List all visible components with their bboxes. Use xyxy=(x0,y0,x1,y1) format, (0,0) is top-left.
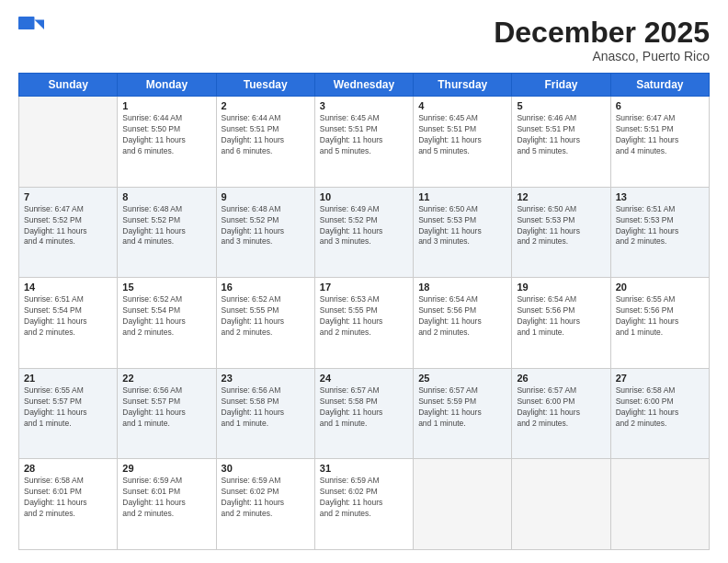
day-number: 2 xyxy=(222,100,310,111)
day-info: Sunrise: 6:45 AMSunset: 5:51 PMDaylight:… xyxy=(320,113,408,157)
day-info: Sunrise: 6:57 AMSunset: 5:58 PMDaylight:… xyxy=(320,385,408,430)
calendar-cell xyxy=(512,459,610,550)
calendar-cell: 26Sunrise: 6:57 AMSunset: 6:00 PMDayligh… xyxy=(512,368,610,459)
calendar-cell: 5Sunrise: 6:46 AMSunset: 5:51 PMDaylight… xyxy=(512,97,610,188)
day-number: 16 xyxy=(222,282,310,293)
day-info: Sunrise: 6:51 AMSunset: 5:54 PMDaylight:… xyxy=(24,294,112,339)
calendar-cell: 23Sunrise: 6:56 AMSunset: 5:58 PMDayligh… xyxy=(216,368,314,459)
calendar-week-1: 1Sunrise: 6:44 AMSunset: 5:50 PMDaylight… xyxy=(19,97,710,188)
day-number: 14 xyxy=(24,282,112,293)
calendar-header-monday: Monday xyxy=(118,74,216,97)
day-info: Sunrise: 6:50 AMSunset: 5:53 PMDaylight:… xyxy=(517,204,605,248)
calendar-week-4: 21Sunrise: 6:55 AMSunset: 5:57 PMDayligh… xyxy=(19,368,710,459)
day-number: 28 xyxy=(24,463,112,474)
calendar-cell: 24Sunrise: 6:57 AMSunset: 5:58 PMDayligh… xyxy=(314,368,413,459)
day-info: Sunrise: 6:59 AMSunset: 6:01 PMDaylight:… xyxy=(122,476,210,520)
day-number: 6 xyxy=(616,100,704,111)
day-number: 21 xyxy=(24,373,112,384)
calendar-cell: 4Sunrise: 6:45 AMSunset: 5:51 PMDaylight… xyxy=(414,97,512,188)
svg-rect-1 xyxy=(18,17,35,29)
day-number: 30 xyxy=(222,463,310,474)
day-info: Sunrise: 6:59 AMSunset: 6:02 PMDaylight:… xyxy=(320,476,408,520)
calendar-cell: 28Sunrise: 6:58 AMSunset: 6:01 PMDayligh… xyxy=(19,459,118,550)
day-info: Sunrise: 6:48 AMSunset: 5:52 PMDaylight:… xyxy=(122,204,210,248)
day-info: Sunrise: 6:47 AMSunset: 5:52 PMDaylight:… xyxy=(24,204,112,248)
calendar-cell: 1Sunrise: 6:44 AMSunset: 5:50 PMDaylight… xyxy=(118,97,216,188)
calendar-cell: 14Sunrise: 6:51 AMSunset: 5:54 PMDayligh… xyxy=(19,278,118,369)
calendar-table: SundayMondayTuesdayWednesdayThursdayFrid… xyxy=(18,73,710,550)
day-number: 11 xyxy=(418,191,506,202)
calendar-cell: 30Sunrise: 6:59 AMSunset: 6:02 PMDayligh… xyxy=(216,459,314,550)
day-info: Sunrise: 6:50 AMSunset: 5:53 PMDaylight:… xyxy=(418,204,506,248)
calendar-cell: 17Sunrise: 6:53 AMSunset: 5:55 PMDayligh… xyxy=(314,278,413,369)
logo-icon xyxy=(18,17,44,42)
day-info: Sunrise: 6:56 AMSunset: 5:57 PMDaylight:… xyxy=(122,385,210,430)
day-info: Sunrise: 6:55 AMSunset: 5:56 PMDaylight:… xyxy=(616,294,704,339)
header: December 2025 Anasco, Puerto Rico xyxy=(18,17,710,63)
calendar-week-2: 7Sunrise: 6:47 AMSunset: 5:52 PMDaylight… xyxy=(19,187,710,278)
calendar-cell: 25Sunrise: 6:57 AMSunset: 5:59 PMDayligh… xyxy=(414,368,512,459)
day-info: Sunrise: 6:59 AMSunset: 6:02 PMDaylight:… xyxy=(222,476,310,520)
calendar-week-5: 28Sunrise: 6:58 AMSunset: 6:01 PMDayligh… xyxy=(19,459,710,550)
svg-marker-0 xyxy=(35,20,45,30)
day-info: Sunrise: 6:56 AMSunset: 5:58 PMDaylight:… xyxy=(222,385,310,430)
day-info: Sunrise: 6:57 AMSunset: 6:00 PMDaylight:… xyxy=(517,385,605,430)
calendar-cell: 31Sunrise: 6:59 AMSunset: 6:02 PMDayligh… xyxy=(314,459,413,550)
calendar-cell xyxy=(414,459,512,550)
page: December 2025 Anasco, Puerto Rico Sunday… xyxy=(0,0,728,563)
day-number: 5 xyxy=(517,100,605,111)
day-info: Sunrise: 6:49 AMSunset: 5:52 PMDaylight:… xyxy=(320,204,408,248)
day-number: 3 xyxy=(320,100,408,111)
day-info: Sunrise: 6:51 AMSunset: 5:53 PMDaylight:… xyxy=(616,204,704,248)
day-info: Sunrise: 6:44 AMSunset: 5:51 PMDaylight:… xyxy=(222,113,310,157)
calendar-header-wednesday: Wednesday xyxy=(314,74,413,97)
calendar-header-row: SundayMondayTuesdayWednesdayThursdayFrid… xyxy=(19,74,710,97)
calendar-cell: 8Sunrise: 6:48 AMSunset: 5:52 PMDaylight… xyxy=(118,187,216,278)
calendar-header-sunday: Sunday xyxy=(19,74,118,97)
month-title: December 2025 xyxy=(494,17,710,49)
calendar-header-friday: Friday xyxy=(512,74,610,97)
calendar-cell: 15Sunrise: 6:52 AMSunset: 5:54 PMDayligh… xyxy=(118,278,216,369)
calendar-cell: 10Sunrise: 6:49 AMSunset: 5:52 PMDayligh… xyxy=(314,187,413,278)
day-info: Sunrise: 6:53 AMSunset: 5:55 PMDaylight:… xyxy=(320,294,408,339)
calendar-cell: 29Sunrise: 6:59 AMSunset: 6:01 PMDayligh… xyxy=(118,459,216,550)
calendar-header-tuesday: Tuesday xyxy=(216,74,314,97)
day-info: Sunrise: 6:54 AMSunset: 5:56 PMDaylight:… xyxy=(517,294,605,339)
calendar-cell: 13Sunrise: 6:51 AMSunset: 5:53 PMDayligh… xyxy=(610,187,709,278)
day-number: 22 xyxy=(122,373,210,384)
calendar-cell: 7Sunrise: 6:47 AMSunset: 5:52 PMDaylight… xyxy=(19,187,118,278)
day-info: Sunrise: 6:47 AMSunset: 5:51 PMDaylight:… xyxy=(616,113,704,157)
day-info: Sunrise: 6:52 AMSunset: 5:55 PMDaylight:… xyxy=(222,294,310,339)
calendar-cell: 27Sunrise: 6:58 AMSunset: 6:00 PMDayligh… xyxy=(610,368,709,459)
day-number: 25 xyxy=(418,373,506,384)
calendar-header-thursday: Thursday xyxy=(414,74,512,97)
calendar-week-3: 14Sunrise: 6:51 AMSunset: 5:54 PMDayligh… xyxy=(19,278,710,369)
day-number: 18 xyxy=(418,282,506,293)
day-number: 27 xyxy=(616,373,704,384)
calendar-cell: 2Sunrise: 6:44 AMSunset: 5:51 PMDaylight… xyxy=(216,97,314,188)
calendar-cell: 19Sunrise: 6:54 AMSunset: 5:56 PMDayligh… xyxy=(512,278,610,369)
day-info: Sunrise: 6:55 AMSunset: 5:57 PMDaylight:… xyxy=(24,385,112,430)
day-number: 13 xyxy=(616,191,704,202)
day-info: Sunrise: 6:58 AMSunset: 6:00 PMDaylight:… xyxy=(616,385,704,430)
calendar-cell: 6Sunrise: 6:47 AMSunset: 5:51 PMDaylight… xyxy=(610,97,709,188)
day-number: 29 xyxy=(122,463,210,474)
title-block: December 2025 Anasco, Puerto Rico xyxy=(494,17,710,63)
day-number: 19 xyxy=(517,282,605,293)
calendar-cell: 16Sunrise: 6:52 AMSunset: 5:55 PMDayligh… xyxy=(216,278,314,369)
day-info: Sunrise: 6:52 AMSunset: 5:54 PMDaylight:… xyxy=(122,294,210,339)
day-number: 23 xyxy=(222,373,310,384)
calendar-cell: 20Sunrise: 6:55 AMSunset: 5:56 PMDayligh… xyxy=(610,278,709,369)
day-number: 4 xyxy=(418,100,506,111)
calendar-cell: 12Sunrise: 6:50 AMSunset: 5:53 PMDayligh… xyxy=(512,187,610,278)
day-number: 31 xyxy=(320,463,408,474)
day-info: Sunrise: 6:54 AMSunset: 5:56 PMDaylight:… xyxy=(418,294,506,339)
day-number: 20 xyxy=(616,282,704,293)
calendar-cell: 11Sunrise: 6:50 AMSunset: 5:53 PMDayligh… xyxy=(414,187,512,278)
day-number: 12 xyxy=(517,191,605,202)
day-number: 1 xyxy=(122,100,210,111)
day-info: Sunrise: 6:58 AMSunset: 6:01 PMDaylight:… xyxy=(24,476,112,520)
day-number: 7 xyxy=(24,191,112,202)
day-number: 26 xyxy=(517,373,605,384)
calendar-header-saturday: Saturday xyxy=(610,74,709,97)
